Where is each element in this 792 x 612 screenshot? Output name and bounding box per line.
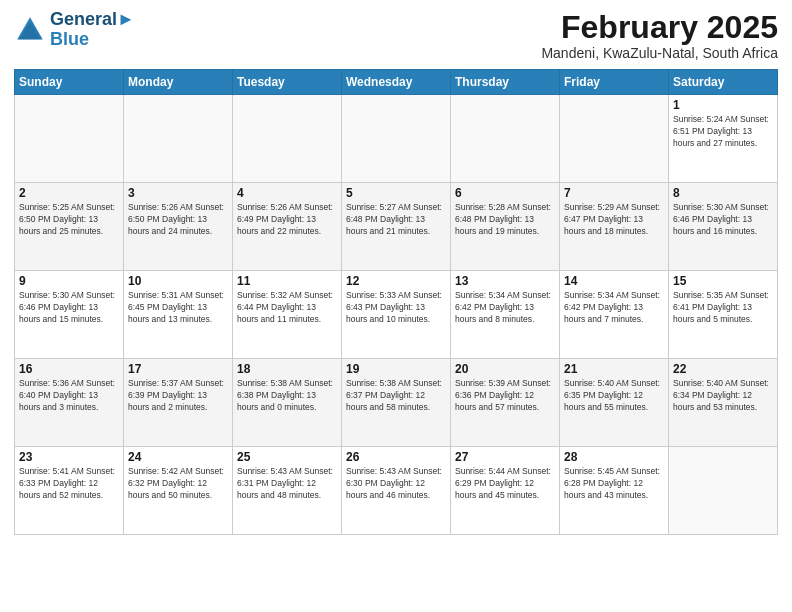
table-row	[669, 447, 778, 535]
day-info: Sunrise: 5:28 AM Sunset: 6:48 PM Dayligh…	[455, 202, 555, 238]
day-info: Sunrise: 5:26 AM Sunset: 6:50 PM Dayligh…	[128, 202, 228, 238]
day-number: 27	[455, 450, 555, 464]
page: General► Blue February 2025 Mandeni, Kwa…	[0, 0, 792, 612]
table-row: 24Sunrise: 5:42 AM Sunset: 6:32 PM Dayli…	[124, 447, 233, 535]
day-info: Sunrise: 5:24 AM Sunset: 6:51 PM Dayligh…	[673, 114, 773, 150]
day-number: 18	[237, 362, 337, 376]
day-number: 6	[455, 186, 555, 200]
day-info: Sunrise: 5:40 AM Sunset: 6:35 PM Dayligh…	[564, 378, 664, 414]
col-wednesday: Wednesday	[342, 70, 451, 95]
day-number: 21	[564, 362, 664, 376]
day-info: Sunrise: 5:25 AM Sunset: 6:50 PM Dayligh…	[19, 202, 119, 238]
logo: General► Blue	[14, 10, 135, 50]
col-tuesday: Tuesday	[233, 70, 342, 95]
day-number: 28	[564, 450, 664, 464]
table-row: 14Sunrise: 5:34 AM Sunset: 6:42 PM Dayli…	[560, 271, 669, 359]
day-number: 23	[19, 450, 119, 464]
day-number: 12	[346, 274, 446, 288]
table-row: 27Sunrise: 5:44 AM Sunset: 6:29 PM Dayli…	[451, 447, 560, 535]
day-info: Sunrise: 5:26 AM Sunset: 6:49 PM Dayligh…	[237, 202, 337, 238]
table-row: 17Sunrise: 5:37 AM Sunset: 6:39 PM Dayli…	[124, 359, 233, 447]
logo-text: General► Blue	[50, 10, 135, 50]
table-row	[342, 95, 451, 183]
day-info: Sunrise: 5:45 AM Sunset: 6:28 PM Dayligh…	[564, 466, 664, 502]
day-info: Sunrise: 5:35 AM Sunset: 6:41 PM Dayligh…	[673, 290, 773, 326]
day-info: Sunrise: 5:30 AM Sunset: 6:46 PM Dayligh…	[19, 290, 119, 326]
col-saturday: Saturday	[669, 70, 778, 95]
day-number: 15	[673, 274, 773, 288]
day-number: 17	[128, 362, 228, 376]
day-number: 1	[673, 98, 773, 112]
table-row: 25Sunrise: 5:43 AM Sunset: 6:31 PM Dayli…	[233, 447, 342, 535]
table-row	[124, 95, 233, 183]
table-row: 2Sunrise: 5:25 AM Sunset: 6:50 PM Daylig…	[15, 183, 124, 271]
table-row: 5Sunrise: 5:27 AM Sunset: 6:48 PM Daylig…	[342, 183, 451, 271]
table-row: 12Sunrise: 5:33 AM Sunset: 6:43 PM Dayli…	[342, 271, 451, 359]
day-number: 5	[346, 186, 446, 200]
table-row: 15Sunrise: 5:35 AM Sunset: 6:41 PM Dayli…	[669, 271, 778, 359]
col-thursday: Thursday	[451, 70, 560, 95]
month-title: February 2025	[541, 10, 778, 45]
table-row: 28Sunrise: 5:45 AM Sunset: 6:28 PM Dayli…	[560, 447, 669, 535]
day-info: Sunrise: 5:43 AM Sunset: 6:30 PM Dayligh…	[346, 466, 446, 502]
day-number: 4	[237, 186, 337, 200]
day-number: 9	[19, 274, 119, 288]
day-info: Sunrise: 5:30 AM Sunset: 6:46 PM Dayligh…	[673, 202, 773, 238]
day-info: Sunrise: 5:33 AM Sunset: 6:43 PM Dayligh…	[346, 290, 446, 326]
day-number: 11	[237, 274, 337, 288]
title-block: February 2025 Mandeni, KwaZulu-Natal, So…	[541, 10, 778, 61]
calendar-week-row: 2Sunrise: 5:25 AM Sunset: 6:50 PM Daylig…	[15, 183, 778, 271]
table-row	[15, 95, 124, 183]
day-info: Sunrise: 5:43 AM Sunset: 6:31 PM Dayligh…	[237, 466, 337, 502]
table-row: 1Sunrise: 5:24 AM Sunset: 6:51 PM Daylig…	[669, 95, 778, 183]
day-number: 13	[455, 274, 555, 288]
day-info: Sunrise: 5:38 AM Sunset: 6:38 PM Dayligh…	[237, 378, 337, 414]
table-row: 22Sunrise: 5:40 AM Sunset: 6:34 PM Dayli…	[669, 359, 778, 447]
table-row: 23Sunrise: 5:41 AM Sunset: 6:33 PM Dayli…	[15, 447, 124, 535]
calendar-week-row: 16Sunrise: 5:36 AM Sunset: 6:40 PM Dayli…	[15, 359, 778, 447]
calendar-table: Sunday Monday Tuesday Wednesday Thursday…	[14, 69, 778, 535]
location: Mandeni, KwaZulu-Natal, South Africa	[541, 45, 778, 61]
logo-icon	[14, 14, 46, 46]
table-row	[233, 95, 342, 183]
calendar-header-row: Sunday Monday Tuesday Wednesday Thursday…	[15, 70, 778, 95]
day-number: 26	[346, 450, 446, 464]
table-row: 8Sunrise: 5:30 AM Sunset: 6:46 PM Daylig…	[669, 183, 778, 271]
day-info: Sunrise: 5:37 AM Sunset: 6:39 PM Dayligh…	[128, 378, 228, 414]
table-row: 7Sunrise: 5:29 AM Sunset: 6:47 PM Daylig…	[560, 183, 669, 271]
table-row: 11Sunrise: 5:32 AM Sunset: 6:44 PM Dayli…	[233, 271, 342, 359]
calendar-week-row: 1Sunrise: 5:24 AM Sunset: 6:51 PM Daylig…	[15, 95, 778, 183]
table-row	[451, 95, 560, 183]
day-info: Sunrise: 5:27 AM Sunset: 6:48 PM Dayligh…	[346, 202, 446, 238]
day-info: Sunrise: 5:44 AM Sunset: 6:29 PM Dayligh…	[455, 466, 555, 502]
day-info: Sunrise: 5:40 AM Sunset: 6:34 PM Dayligh…	[673, 378, 773, 414]
day-number: 14	[564, 274, 664, 288]
table-row: 3Sunrise: 5:26 AM Sunset: 6:50 PM Daylig…	[124, 183, 233, 271]
day-info: Sunrise: 5:39 AM Sunset: 6:36 PM Dayligh…	[455, 378, 555, 414]
day-number: 7	[564, 186, 664, 200]
table-row: 16Sunrise: 5:36 AM Sunset: 6:40 PM Dayli…	[15, 359, 124, 447]
table-row: 4Sunrise: 5:26 AM Sunset: 6:49 PM Daylig…	[233, 183, 342, 271]
table-row: 6Sunrise: 5:28 AM Sunset: 6:48 PM Daylig…	[451, 183, 560, 271]
day-number: 2	[19, 186, 119, 200]
table-row: 9Sunrise: 5:30 AM Sunset: 6:46 PM Daylig…	[15, 271, 124, 359]
day-number: 10	[128, 274, 228, 288]
day-info: Sunrise: 5:34 AM Sunset: 6:42 PM Dayligh…	[455, 290, 555, 326]
header: General► Blue February 2025 Mandeni, Kwa…	[14, 10, 778, 61]
day-number: 8	[673, 186, 773, 200]
day-info: Sunrise: 5:42 AM Sunset: 6:32 PM Dayligh…	[128, 466, 228, 502]
table-row: 18Sunrise: 5:38 AM Sunset: 6:38 PM Dayli…	[233, 359, 342, 447]
table-row	[560, 95, 669, 183]
day-info: Sunrise: 5:36 AM Sunset: 6:40 PM Dayligh…	[19, 378, 119, 414]
table-row: 20Sunrise: 5:39 AM Sunset: 6:36 PM Dayli…	[451, 359, 560, 447]
day-number: 3	[128, 186, 228, 200]
table-row: 19Sunrise: 5:38 AM Sunset: 6:37 PM Dayli…	[342, 359, 451, 447]
day-info: Sunrise: 5:31 AM Sunset: 6:45 PM Dayligh…	[128, 290, 228, 326]
day-number: 20	[455, 362, 555, 376]
day-info: Sunrise: 5:34 AM Sunset: 6:42 PM Dayligh…	[564, 290, 664, 326]
day-number: 22	[673, 362, 773, 376]
day-info: Sunrise: 5:38 AM Sunset: 6:37 PM Dayligh…	[346, 378, 446, 414]
calendar-week-row: 23Sunrise: 5:41 AM Sunset: 6:33 PM Dayli…	[15, 447, 778, 535]
day-info: Sunrise: 5:41 AM Sunset: 6:33 PM Dayligh…	[19, 466, 119, 502]
table-row: 26Sunrise: 5:43 AM Sunset: 6:30 PM Dayli…	[342, 447, 451, 535]
